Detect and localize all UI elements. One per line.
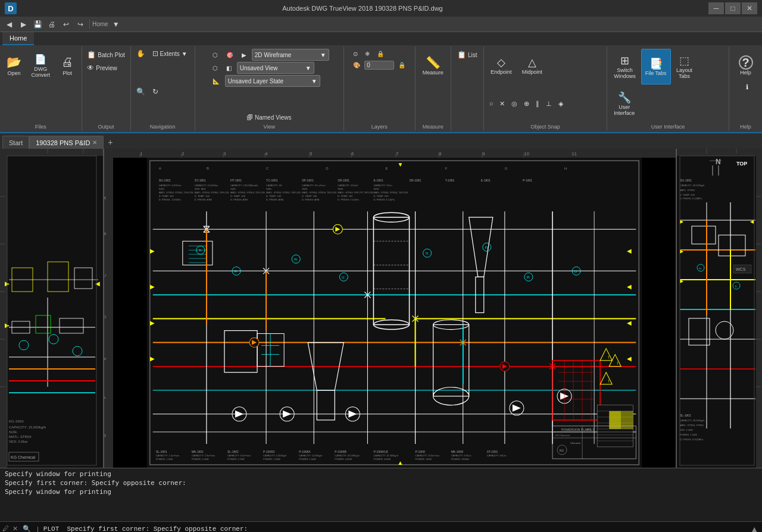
print-qa-button[interactable]: 🖨	[45, 18, 58, 30]
command-input-field[interactable]	[43, 525, 747, 533]
switch-windows-button[interactable]: ⊞ Switch Windows	[610, 49, 640, 85]
doc-tab-drawing[interactable]: 190328 PNS P&ID ✕	[29, 136, 104, 149]
layer-name-btn[interactable]: 0	[364, 61, 394, 70]
home-label: Home	[92, 21, 108, 27]
batch-plot-button[interactable]: 📋 Batch Plot	[84, 49, 128, 61]
list-button[interactable]: 📋 List	[454, 49, 480, 61]
window-controls[interactable]: ─ □ ✕	[708, 2, 757, 14]
snap-btn2[interactable]: ✕	[496, 98, 508, 109]
help-info-btn[interactable]: ℹ	[746, 83, 748, 91]
ruler-h-svg: 1 2 3 4 5 6 7 8 9 10 11	[104, 149, 676, 158]
named-views-btn[interactable]: 🗐 Named Views	[244, 112, 295, 123]
doc-tab-start[interactable]: Start	[2, 136, 29, 149]
svg-text:▶: ▶	[150, 355, 155, 362]
unsaved-view-dropdown[interactable]: Unsaved View ▼	[237, 62, 314, 74]
pan-icon: ✋	[136, 49, 145, 58]
maximize-button[interactable]: □	[725, 2, 741, 14]
right-mini-view[interactable]: N TOP SG-1901 CAPACITY: 20,000kg/h MATL:…	[677, 149, 762, 468]
svg-text:P-1906A,B: P-1906A,B	[373, 450, 388, 453]
svg-text:SIZE:: SIZE:	[230, 187, 236, 190]
svg-text:T-1901: T-1901	[445, 179, 455, 182]
new-tab-button[interactable]: +	[104, 136, 117, 149]
view-btn3[interactable]: ◧	[223, 62, 235, 74]
navigation-group-label: Navigation	[150, 123, 176, 130]
layer-state-dropdown[interactable]: Unsaved Layer State ▼	[225, 75, 320, 87]
svg-text:POWER: 1.1kW: POWER: 1.1kW	[156, 458, 173, 461]
named-views-button[interactable]: 📐	[210, 75, 223, 87]
forward-button[interactable]: ▶	[17, 18, 30, 30]
ui-button[interactable]: 🔧 User Interface	[610, 86, 639, 121]
snap-btn5[interactable]: ∥	[533, 98, 542, 109]
back-button[interactable]: ◀	[2, 18, 15, 30]
left-mini-view[interactable]: ▶ ▶ ◀ KG-156S CAPACITY: 15,000kg/h SIZE:…	[0, 149, 103, 468]
zoom-button[interactable]: 🔍	[133, 86, 148, 98]
preview-button[interactable]: 👁 Preview	[84, 62, 128, 74]
svg-text:P & D: P & D	[587, 428, 595, 431]
qa-dropdown-button[interactable]: ▼	[110, 18, 123, 30]
layer-off-btn[interactable]: ⊙	[350, 49, 361, 59]
measure-button[interactable]: 📏 Measure	[419, 48, 448, 83]
minimize-button[interactable]: ─	[708, 2, 724, 14]
center-canvas[interactable]: 1 2 3 4 5 6 7 8 9 10 11	[104, 149, 676, 468]
cmd-search-btn[interactable]: 🔍	[21, 525, 32, 532]
orbit-button[interactable]: ↻	[149, 86, 161, 98]
file-tabs-button[interactable]: 📑 File Tabs	[641, 49, 671, 85]
svg-text:TI: TI	[199, 249, 201, 252]
redo-button[interactable]: ↪	[74, 18, 87, 30]
svg-text:POWER: 4.5kW: POWER: 4.5kW	[335, 458, 352, 461]
steering-wheel-button[interactable]: 🎯	[223, 49, 236, 61]
layer-lock2-btn[interactable]: 🔒	[395, 60, 408, 70]
quick-access-toolbar: ◀ ▶ 💾 🖨 ↩ ↪ Home ▼	[0, 17, 762, 32]
svg-text:CAPACITY: 22 m³/min: CAPACITY: 22 m³/min	[302, 184, 325, 187]
ribbon-group-navigation: ✋ ⊡ Extents ▼ 🔍 ↻ Navigation	[131, 46, 195, 131]
snap-btn4[interactable]: ⊕	[521, 98, 532, 109]
snap-btn3[interactable]: ◎	[508, 98, 520, 109]
svg-text:MATL: STR64, STR64, TEFLON: MATL: STR64, STR64, TEFLON	[195, 191, 229, 194]
layout-tabs-icon: ⬚	[679, 54, 689, 67]
svg-text:SL-1902: SL-1902	[227, 450, 239, 453]
svg-text:CAPACITY: 20,000kg/h: CAPACITY: 20,000kg/h	[680, 184, 705, 187]
plot-button[interactable]: 🖨 Plot	[55, 48, 79, 83]
cmd-close-btn[interactable]: ✕	[11, 525, 19, 532]
endpoint-button[interactable]: ◇ Endpoint	[486, 48, 516, 83]
layers-row1: ⊙ ❄ 🔒	[350, 49, 408, 59]
pid-drawing-area[interactable]: A B C D E F G H SG-1901 SY-1901 HT-1901 …	[113, 158, 676, 468]
svg-text:D. TEMP: 160: D. TEMP: 160	[302, 195, 317, 198]
undo-button[interactable]: ↩	[60, 18, 73, 30]
navigation-buttons: ✋ ⊡ Extents ▼ 🔍 ↻	[133, 48, 192, 123]
svg-text:MK-1901: MK-1901	[192, 450, 204, 453]
svg-text:◀: ◀	[627, 283, 632, 290]
dwg-convert-button[interactable]: 📄 DWG Convert	[27, 48, 55, 83]
showmotion-button[interactable]: ▶	[239, 49, 249, 61]
extents-button[interactable]: ⊡ Extents ▼	[149, 48, 190, 60]
svg-text:11: 11	[572, 151, 577, 157]
close-tab-icon[interactable]: ✕	[92, 139, 97, 146]
cmd-scroll-up[interactable]: ▲	[749, 524, 760, 533]
layer-lock-btn[interactable]: 🔒	[374, 49, 387, 59]
svg-text:POWER: 4.5kW: POWER: 4.5kW	[373, 458, 391, 461]
layer-freeze-btn[interactable]: ❄	[362, 49, 373, 59]
tab-home[interactable]: Home	[2, 32, 34, 45]
svg-text:MK-1908: MK-1908	[451, 450, 464, 453]
view-controls: ⬡ 🎯 ▶ 2D Wireframe ▼ ⬡ ◧ Unsaved View ▼ …	[210, 48, 329, 111]
svg-text:D. TEMP: 160: D. TEMP: 160	[159, 195, 174, 198]
view-btn2[interactable]: ⬡	[210, 62, 221, 74]
left-drawing-svg: ▶ ▶ ◀ KG-156S CAPACITY: 15,000kg/h SIZE:…	[0, 149, 103, 468]
snap-btn1[interactable]: ○	[486, 98, 496, 109]
midpoint-button[interactable]: △ Midpoint	[517, 48, 547, 83]
help-button[interactable]: ? Help	[734, 48, 758, 83]
layout-tabs-button[interactable]: ⬚ Layout Tabs	[672, 49, 697, 85]
pan-button[interactable]: ✋	[133, 48, 148, 60]
layer-color-btn[interactable]: 🎨	[350, 60, 363, 70]
save-qa-button[interactable]: 💾	[31, 18, 44, 30]
list-icon: 📋	[457, 51, 466, 59]
close-button[interactable]: ✕	[742, 2, 757, 14]
open-button[interactable]: 📂 Open	[2, 48, 26, 83]
svg-text:P-1906B: P-1906B	[335, 450, 346, 453]
snap-btn6[interactable]: ⊥	[543, 98, 555, 109]
view-style-dropdown[interactable]: 2D Wireframe ▼	[252, 49, 329, 61]
measure-group-label: Measure	[423, 123, 444, 130]
snap-btn7[interactable]: ◈	[555, 98, 566, 109]
viewcube-button[interactable]: ⬡	[210, 49, 221, 61]
help-icon: ?	[739, 55, 753, 70]
